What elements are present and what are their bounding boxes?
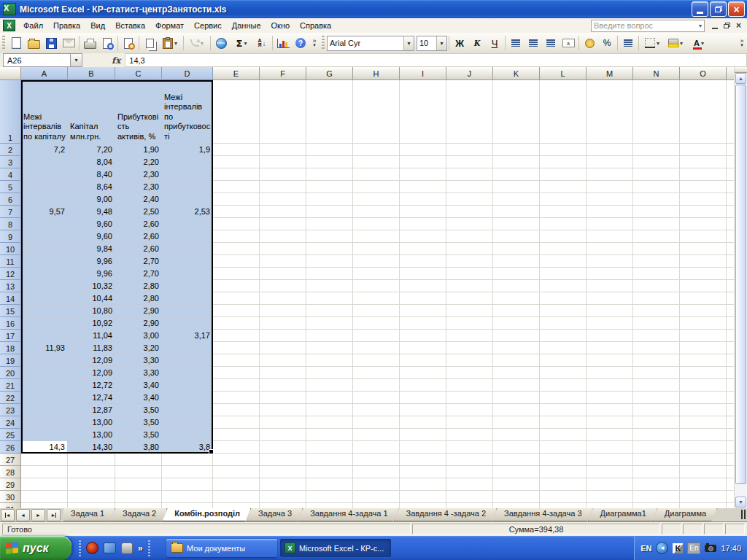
cell-I29[interactable] [400,478,446,491]
cell-O31[interactable] [680,503,727,508]
cell-L2[interactable] [540,144,587,156]
cell-K18[interactable] [493,342,540,354]
cell-C29[interactable] [115,478,162,491]
cell-C18[interactable]: 3,20 [115,342,162,354]
cell-I11[interactable] [400,255,446,268]
cell-K27[interactable] [493,454,540,466]
cell-C26[interactable]: 3,80 [115,441,162,454]
cell-F26[interactable] [260,441,306,454]
cell-J19[interactable] [446,354,493,367]
cell-O24[interactable] [680,416,727,429]
sheet-tab-5[interactable]: Завдання 4-задача 1 [298,508,398,521]
cell-J3[interactable] [446,156,493,168]
cell-K29[interactable] [493,478,540,491]
formatting-toolbar-drag-handle[interactable] [322,36,325,50]
cell-H27[interactable] [353,454,400,466]
column-header-H[interactable]: H [353,67,400,80]
cell-O22[interactable] [680,392,727,404]
row-header-25[interactable]: 25 [0,429,21,441]
close-button[interactable]: × [728,1,745,17]
cell-F29[interactable] [260,478,306,491]
cell-K25[interactable] [493,429,540,441]
cell-O15[interactable] [680,305,727,317]
cell-D7[interactable]: 2,53 [162,206,213,218]
cell-G3[interactable] [306,156,353,168]
cell-D30[interactable] [162,491,213,503]
column-header-I[interactable]: I [400,67,446,80]
cell-E20[interactable] [213,367,260,379]
cell-N29[interactable] [633,478,680,491]
cell-E7[interactable] [213,206,260,218]
cell-E3[interactable] [213,156,260,168]
cell-K4[interactable] [493,168,540,181]
cell-D22[interactable] [162,392,213,404]
cell-N4[interactable] [633,168,680,181]
cell-D4[interactable] [162,168,213,181]
cell-N15[interactable] [633,305,680,317]
align-right-button[interactable] [542,35,560,52]
cell-C31[interactable] [115,503,162,508]
cell-E8[interactable] [213,218,260,230]
cell-E4[interactable] [213,168,260,181]
column-header-B[interactable]: B [68,67,115,80]
question-dropdown-icon[interactable]: ▾ [699,23,702,29]
cell-O19[interactable] [680,354,727,367]
cell-M22[interactable] [587,392,633,404]
cell-N1[interactable] [633,80,680,144]
cell-F11[interactable] [260,255,306,268]
cell-L8[interactable] [540,218,587,230]
cell-E16[interactable] [213,317,260,330]
cell-K8[interactable] [493,218,540,230]
cell-M14[interactable] [587,292,633,305]
cell-K21[interactable] [493,379,540,392]
cell-E14[interactable] [213,292,260,305]
cell-J4[interactable] [446,168,493,181]
cell-H9[interactable] [353,230,400,243]
cell-A14[interactable] [21,292,68,305]
doc-restore-icon[interactable] [724,23,730,28]
cell-O10[interactable] [680,243,727,255]
print-button[interactable] [81,35,98,52]
sheet-tab-1[interactable]: Задача 1 [63,508,115,521]
doc-close-icon[interactable]: × [736,22,741,29]
cell-I15[interactable] [400,305,446,317]
cell-H17[interactable] [353,330,400,342]
cell-F16[interactable] [260,317,306,330]
scroll-up-icon[interactable]: ▲ [735,73,746,84]
cell-B24[interactable]: 13,00 [68,416,115,429]
cell-I28[interactable] [400,466,446,478]
cell-F31[interactable] [260,503,306,508]
cell-L6[interactable] [540,193,587,206]
cell-I2[interactable] [400,144,446,156]
cell-D26[interactable]: 3,8 [162,441,213,454]
cell-B2[interactable]: 7,20 [68,144,115,156]
cell-C4[interactable]: 2,30 [115,168,162,181]
cell-H21[interactable] [353,379,400,392]
cell-J28[interactable] [446,466,493,478]
cell-G4[interactable] [306,168,353,181]
cell-O16[interactable] [680,317,727,330]
cell-G27[interactable] [306,454,353,466]
row-header-8[interactable]: 8 [0,218,21,230]
cell-O29[interactable] [680,478,727,491]
cell-C15[interactable]: 2,90 [115,305,162,317]
cell-E27[interactable] [213,454,260,466]
cell-K19[interactable] [493,354,540,367]
cell-L16[interactable] [540,317,587,330]
cell-I26[interactable] [400,441,446,454]
tab-last-button[interactable]: ► [47,509,61,521]
cell-O6[interactable] [680,193,727,206]
cell-D8[interactable] [162,218,213,230]
cell-H29[interactable] [353,478,400,491]
cell-C13[interactable]: 2,80 [115,280,162,292]
cell-F6[interactable] [260,193,306,206]
cell-A18[interactable]: 11,93 [21,342,68,354]
split-box[interactable] [735,67,747,73]
column-header-A[interactable]: A [21,67,68,80]
sort-ascending-button[interactable]: АЯ ↓ [253,35,271,52]
formatting-toolbar-options-button[interactable]: » [737,35,747,52]
cell-C7[interactable]: 2,50 [115,206,162,218]
cell-A2[interactable]: 7,2 [21,144,68,156]
cell-C25[interactable]: 3,50 [115,429,162,441]
save-button[interactable] [42,35,60,52]
